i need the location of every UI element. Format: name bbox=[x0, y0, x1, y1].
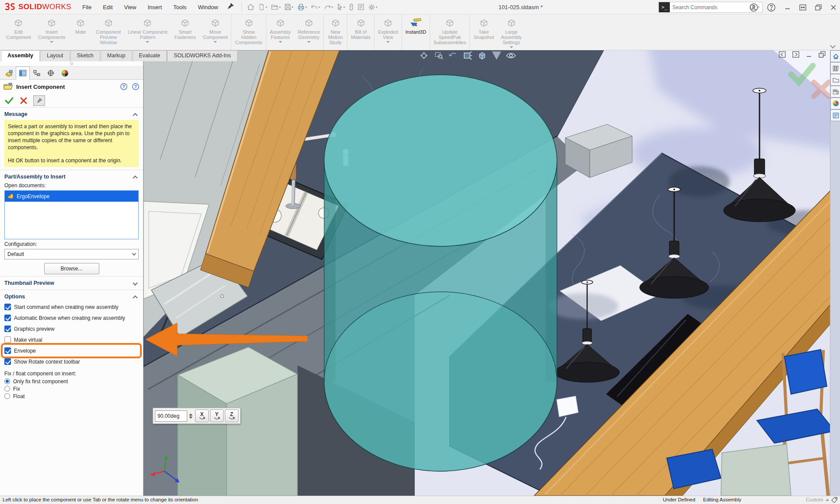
rotate-z-button[interactable]: Z bbox=[225, 410, 238, 422]
start-command-checkbox[interactable]: Start command when creating new assembly bbox=[0, 301, 143, 312]
property-manager-tab[interactable] bbox=[16, 66, 30, 80]
smart-fasteners-button[interactable]: Smart Fasteners bbox=[171, 14, 200, 50]
command-tab[interactable]: Markup bbox=[101, 50, 132, 61]
display-manager-tab[interactable] bbox=[58, 66, 72, 80]
doc-minimize-button[interactable] bbox=[806, 52, 812, 60]
restore-button[interactable] bbox=[815, 4, 822, 10]
collapse-pane-right-icon[interactable] bbox=[792, 51, 799, 60]
section-view-icon[interactable] bbox=[462, 51, 473, 60]
options-button[interactable]: ▾ bbox=[367, 2, 379, 12]
display-style-icon[interactable] bbox=[491, 51, 502, 60]
menu-item[interactable]: Tools bbox=[168, 2, 191, 12]
view-palette-tab-icon[interactable] bbox=[830, 86, 840, 98]
exploded-view-button[interactable]: Exploded View bbox=[374, 14, 402, 50]
show-hidden-components-button[interactable]: Show Hidden Components bbox=[231, 14, 266, 50]
account-icon[interactable] bbox=[749, 3, 758, 12]
span-displays-button[interactable] bbox=[799, 4, 806, 10]
component-preview-window-button[interactable]: Component Preview Window bbox=[92, 14, 124, 50]
edit-component-button[interactable]: Edit Component bbox=[3, 14, 35, 50]
menu-item[interactable]: Window bbox=[193, 2, 223, 12]
open-documents-list[interactable]: ErgoEnvelope bbox=[4, 190, 139, 239]
take-snapshot-button[interactable]: Take Snapshot bbox=[470, 14, 497, 50]
configuration-manager-tab[interactable] bbox=[30, 66, 44, 80]
rotate-angle-input[interactable]: 90.00deg bbox=[155, 410, 187, 422]
new-document-button[interactable]: ▾ bbox=[257, 2, 269, 12]
menu-pin-icon[interactable] bbox=[228, 3, 234, 11]
command-tab[interactable]: Evaluate bbox=[133, 50, 167, 61]
dropdown-arrow-icon[interactable] bbox=[307, 41, 311, 43]
automatic-browse-checkbox[interactable]: Automatic Browse when creating new assem… bbox=[0, 312, 143, 323]
close-button[interactable] bbox=[830, 4, 836, 10]
menu-item[interactable]: Insert bbox=[143, 2, 167, 12]
ok-button[interactable] bbox=[4, 97, 14, 105]
confirm-cancel-icon[interactable] bbox=[814, 82, 829, 96]
print-button[interactable]: ▾ bbox=[296, 2, 308, 12]
select-button[interactable]: ▾ bbox=[336, 2, 346, 12]
magnified-selection-button[interactable] bbox=[347, 2, 355, 12]
home-button[interactable] bbox=[245, 2, 256, 12]
previous-view-icon[interactable] bbox=[448, 51, 458, 60]
help-icon[interactable] bbox=[767, 3, 776, 12]
checkbox[interactable] bbox=[4, 358, 11, 365]
view-orientation-icon[interactable] bbox=[477, 51, 487, 60]
checkbox[interactable] bbox=[4, 326, 11, 332]
command-tab[interactable]: Layout bbox=[40, 50, 70, 61]
cancel-button[interactable] bbox=[20, 97, 28, 105]
rotate-x-button[interactable]: X bbox=[195, 410, 209, 422]
dropdown-arrow-icon[interactable] bbox=[146, 41, 149, 43]
command-tab[interactable]: SOLIDWORKS Add-Ins bbox=[167, 50, 238, 61]
custom-properties-tab-icon[interactable] bbox=[830, 109, 840, 121]
reference-geometry-button[interactable]: Reference Geometry bbox=[294, 14, 324, 50]
menu-item[interactable]: View bbox=[119, 2, 141, 12]
dropdown-arrow-icon[interactable] bbox=[279, 41, 282, 43]
zoom-to-area-icon[interactable] bbox=[434, 51, 444, 60]
radio-button[interactable] bbox=[4, 393, 10, 399]
menu-item[interactable]: File bbox=[77, 2, 96, 12]
menu-item[interactable]: Edit bbox=[98, 2, 117, 12]
update-speedpak-button[interactable]: Update SpeedPak Subassemblies bbox=[430, 14, 470, 50]
document-list-item[interactable]: ErgoEnvelope bbox=[5, 191, 138, 202]
collapse-pane-left-icon[interactable] bbox=[779, 51, 786, 60]
file-explorer-tab-icon[interactable] bbox=[830, 74, 840, 86]
move-component-button[interactable]: Move Component bbox=[200, 14, 232, 50]
linear-component-pattern-button[interactable]: Linear Component Pattern bbox=[124, 14, 171, 50]
new-motion-study-button[interactable]: New Motion Study bbox=[324, 14, 347, 50]
configuration-dropdown[interactable]: Default bbox=[4, 249, 139, 259]
custom-dropdown[interactable]: Custom bbox=[806, 497, 829, 502]
large-assembly-settings-button[interactable]: Large Assembly Settings bbox=[497, 14, 525, 50]
instant3d-button[interactable]: Instant3D bbox=[402, 14, 430, 50]
checkbox[interactable] bbox=[4, 347, 11, 354]
rotate-y-button[interactable]: Y bbox=[210, 410, 224, 422]
insert-components-button[interactable]: Insert Components bbox=[35, 14, 69, 50]
checkbox[interactable] bbox=[4, 336, 11, 343]
graphics-preview-checkbox[interactable]: Graphics preview bbox=[0, 323, 143, 334]
radio-button[interactable] bbox=[4, 386, 10, 392]
radio-button[interactable] bbox=[4, 378, 10, 384]
confirm-ok-icon[interactable] bbox=[791, 66, 813, 82]
make-virtual-checkbox[interactable]: Make virtual bbox=[0, 334, 143, 345]
panel-resize-handle[interactable] bbox=[0, 61, 143, 66]
dropdown-arrow-icon[interactable] bbox=[50, 41, 53, 43]
mate-button[interactable]: Mate bbox=[69, 14, 92, 50]
assembly-features-button[interactable]: Assembly Features bbox=[266, 14, 294, 50]
search-commands-box[interactable]: >_ ▾ bbox=[658, 2, 763, 13]
bill-of-materials-button[interactable]: Bill of Materials bbox=[347, 14, 374, 50]
fix-radio[interactable]: Fix bbox=[0, 385, 143, 392]
command-tab[interactable]: Assembly bbox=[1, 50, 40, 61]
push-pin-button[interactable] bbox=[33, 95, 45, 106]
dimxpert-manager-tab[interactable] bbox=[44, 66, 58, 80]
redo-button[interactable]: ▾ bbox=[322, 3, 335, 12]
float-radio[interactable]: Float bbox=[0, 392, 143, 400]
home-tab-icon[interactable] bbox=[830, 50, 840, 62]
graphics-area[interactable]: 90.00deg X Y Z bbox=[144, 50, 840, 496]
whats-new-help-icon[interactable]: ? bbox=[120, 83, 128, 91]
undo-button[interactable]: ▾ bbox=[309, 3, 322, 12]
options-section-header[interactable]: Options bbox=[0, 292, 143, 301]
doc-restore-button[interactable] bbox=[819, 51, 826, 60]
minimize-button[interactable] bbox=[784, 4, 791, 10]
appearances-tab-icon[interactable] bbox=[830, 98, 840, 109]
help-icon[interactable]: ? bbox=[132, 83, 140, 91]
checkbox[interactable] bbox=[4, 315, 11, 321]
feature-manager-tab[interactable] bbox=[2, 66, 16, 80]
file-properties-button[interactable] bbox=[356, 2, 366, 12]
